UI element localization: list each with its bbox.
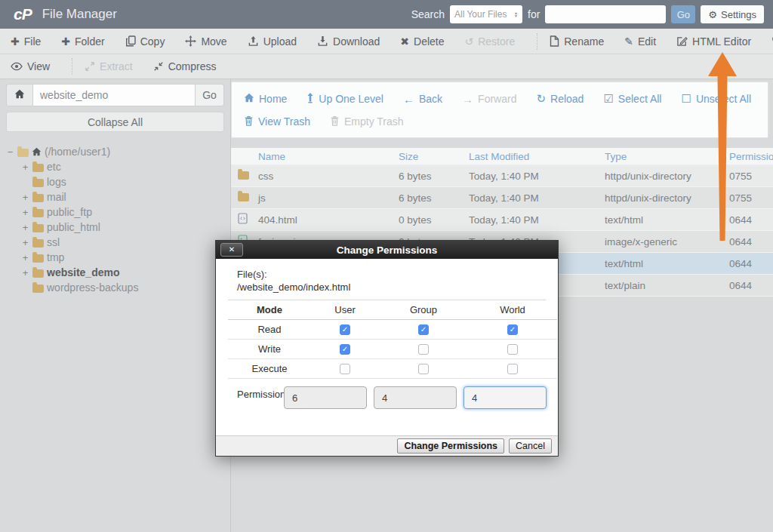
world-permission-input[interactable] bbox=[463, 386, 547, 409]
read-user-checkbox[interactable] bbox=[340, 324, 350, 335]
change-permissions-submit-button[interactable]: Change Permissions bbox=[397, 438, 504, 454]
tree-expand-toggle[interactable]: + bbox=[21, 252, 29, 263]
restore-button[interactable]: ↺ Restore bbox=[464, 35, 515, 48]
select-arrows-icon: ▲▼ bbox=[514, 11, 518, 17]
cpanel-logo[interactable]: cP bbox=[14, 5, 32, 23]
nav-home-button[interactable]: Home bbox=[244, 93, 287, 105]
edit-button[interactable]: ✎ Edit bbox=[624, 35, 656, 48]
search-input[interactable] bbox=[545, 5, 666, 23]
download-button[interactable]: Download bbox=[317, 35, 380, 48]
tree-item-etc[interactable]: + etc bbox=[6, 159, 224, 174]
copy-icon bbox=[125, 35, 136, 47]
pencil-icon: ✎ bbox=[624, 35, 633, 48]
settings-label: Settings bbox=[721, 9, 756, 20]
file-permissions: 0644 bbox=[729, 214, 773, 226]
tree-expand-toggle[interactable]: + bbox=[21, 267, 29, 278]
column-header-type[interactable]: Type bbox=[605, 151, 729, 162]
folder-icon bbox=[32, 239, 44, 248]
tree-item-website-demo[interactable]: + website_demo bbox=[6, 265, 224, 280]
toolbar-separator bbox=[537, 33, 537, 50]
cancel-button[interactable]: Cancel bbox=[509, 438, 552, 454]
settings-button[interactable]: ⚙ Settings bbox=[701, 5, 764, 23]
read-group-checkbox[interactable] bbox=[418, 324, 429, 335]
tree-item-mail[interactable]: + mail bbox=[6, 189, 224, 204]
file-name: 404.html bbox=[258, 214, 297, 226]
compress-button[interactable]: Compress bbox=[153, 60, 217, 72]
tree-item-label: public_html bbox=[47, 221, 100, 233]
execute-world-checkbox[interactable] bbox=[507, 364, 518, 374]
view-button-label: View bbox=[27, 60, 50, 72]
column-header-permissions[interactable]: Permissions bbox=[729, 151, 773, 162]
table-row-js[interactable]: js 6 bytes Today, 1:40 PM httpd/unix-dir… bbox=[231, 187, 773, 209]
tree-item-label: website_demo bbox=[47, 266, 119, 278]
move-button[interactable]: Move bbox=[185, 35, 226, 48]
execute-user-checkbox[interactable] bbox=[340, 364, 350, 374]
folder-icon bbox=[32, 284, 44, 293]
column-header-name[interactable]: Name bbox=[231, 151, 399, 162]
table-row-404[interactable]: 404.html 0 bytes Today, 1:40 PM text/htm… bbox=[231, 209, 773, 231]
delete-button[interactable]: ✖ Delete bbox=[400, 35, 444, 48]
file-permissions: 0644 bbox=[729, 236, 773, 248]
empty-trash-label: Empty Trash bbox=[344, 115, 404, 128]
home-icon bbox=[244, 93, 254, 105]
table-row-css[interactable]: css 6 bytes Today, 1:40 PM httpd/unix-di… bbox=[231, 165, 773, 187]
write-world-checkbox[interactable] bbox=[507, 344, 518, 355]
tree-expand-toggle[interactable]: + bbox=[21, 161, 29, 173]
copy-button[interactable]: Copy bbox=[125, 35, 165, 48]
tree-expand-toggle[interactable]: + bbox=[21, 192, 29, 203]
folder-button[interactable]: ✚ Folder bbox=[61, 35, 104, 48]
rename-button[interactable]: Rename bbox=[550, 35, 604, 48]
column-header-last-modified[interactable]: Last Modified bbox=[469, 151, 605, 162]
sidebar: Go Collapse All − (/home/user1) + etc bbox=[0, 79, 231, 532]
tree-item-public-html[interactable]: + public_html bbox=[6, 220, 224, 235]
file-size: 6 bytes bbox=[399, 171, 469, 182]
view-trash-button[interactable]: View Trash bbox=[244, 115, 310, 128]
html-editor-button[interactable]: HTML Editor bbox=[676, 35, 751, 48]
tree-item-logs[interactable]: logs bbox=[6, 174, 224, 189]
extract-button[interactable]: Extract bbox=[85, 60, 133, 72]
empty-trash-button[interactable]: Empty Trash bbox=[330, 115, 404, 128]
search-go-button[interactable]: Go bbox=[671, 5, 695, 23]
execute-group-checkbox[interactable] bbox=[418, 364, 429, 374]
search-scope-select[interactable]: All Your Files ▲▼ bbox=[450, 5, 522, 23]
file-manager-app: cP File Manager Search All Your Files ▲▼… bbox=[0, 0, 773, 532]
tree-collapse-toggle[interactable]: − bbox=[6, 146, 14, 158]
path-go-button[interactable]: Go bbox=[196, 84, 224, 106]
folder-icon bbox=[32, 269, 44, 278]
tree-item-tmp[interactable]: + tmp bbox=[6, 250, 224, 265]
nav-up-one-level-button[interactable]: Up One Level bbox=[306, 93, 383, 106]
checked-checkbox-icon: ☑ bbox=[603, 92, 613, 106]
view-button[interactable]: View bbox=[11, 60, 50, 72]
gear-icon: ⚙ bbox=[708, 9, 717, 20]
tree-expand-toggle[interactable]: + bbox=[21, 222, 29, 233]
tree-expand-toggle[interactable]: + bbox=[21, 237, 29, 248]
nav-forward-button[interactable]: → Forward bbox=[462, 93, 516, 106]
path-input[interactable] bbox=[33, 84, 196, 106]
file-button[interactable]: ✚ File bbox=[11, 35, 41, 48]
nav-back-button[interactable]: ← Back bbox=[403, 93, 442, 106]
files-label: File(s): bbox=[237, 268, 546, 281]
group-permission-input[interactable] bbox=[374, 386, 457, 409]
write-group-checkbox[interactable] bbox=[418, 344, 429, 355]
column-header-size[interactable]: Size bbox=[399, 151, 469, 162]
tree-item-ssl[interactable]: + ssl bbox=[6, 235, 224, 250]
nav-reload-button[interactable]: ↻ Reload bbox=[536, 92, 584, 106]
tree-item-public-ftp[interactable]: + public_ftp bbox=[6, 204, 224, 220]
dialog-titlebar: ✕ Change Permissions bbox=[216, 241, 558, 259]
open-folder-icon bbox=[17, 149, 29, 157]
tree-item-wordpress-backups[interactable]: wordpress-backups bbox=[6, 280, 224, 295]
select-all-button[interactable]: ☑ Select All bbox=[603, 92, 661, 106]
upload-button[interactable]: Upload bbox=[248, 35, 297, 48]
user-permission-input[interactable] bbox=[284, 386, 367, 409]
close-icon[interactable]: ✕ bbox=[220, 243, 243, 257]
collapse-all-button[interactable]: Collapse All bbox=[6, 112, 224, 132]
write-user-checkbox[interactable] bbox=[340, 344, 350, 355]
tree-expand-toggle[interactable]: + bbox=[21, 207, 29, 218]
file-modified: Today, 1:40 PM bbox=[469, 171, 605, 182]
nav-home-label: Home bbox=[259, 93, 287, 105]
folder-icon bbox=[32, 164, 44, 172]
read-world-checkbox[interactable] bbox=[507, 324, 518, 335]
unselect-all-button[interactable]: ☐ Unselect All bbox=[681, 92, 751, 106]
tree-item-root[interactable]: − (/home/user1) bbox=[6, 144, 224, 159]
home-directory-button[interactable] bbox=[6, 84, 33, 106]
